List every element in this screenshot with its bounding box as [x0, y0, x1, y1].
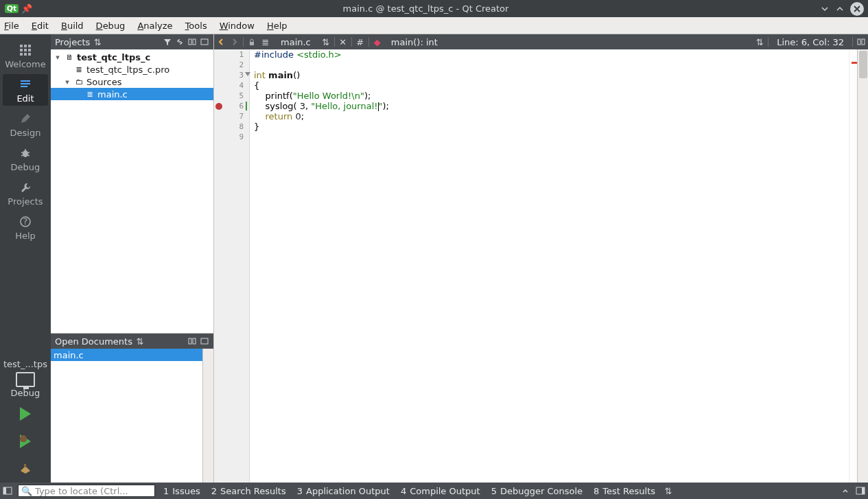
open-doc-mainc[interactable]: main.c: [51, 349, 202, 361]
filter-icon[interactable]: [163, 37, 172, 47]
search-icon: 🔍: [21, 486, 32, 496]
menu-window[interactable]: Window: [220, 21, 255, 31]
menu-debug[interactable]: Debug: [96, 21, 126, 31]
code-line[interactable]: [254, 60, 849, 70]
toggle-sidebar-icon[interactable]: [0, 483, 15, 498]
output-tab-debugger-console[interactable]: 5Debugger Console: [486, 486, 588, 496]
file-type-icon: ≣: [259, 35, 272, 49]
code-text[interactable]: #include <stdio.h> int main(){ printf("H…: [250, 49, 849, 483]
editor-symbol-selector[interactable]: main(): int: [384, 37, 445, 47]
split-icon[interactable]: [187, 37, 197, 47]
menu-build[interactable]: Build: [61, 21, 84, 31]
editor-gutter[interactable]: 123456789: [214, 49, 250, 483]
lock-icon[interactable]: [245, 35, 259, 49]
svg-rect-10: [21, 83, 30, 84]
editor-file-selector[interactable]: main.c: [272, 37, 319, 47]
code-editor[interactable]: 123456789 #include <stdio.h> int main(){…: [214, 49, 868, 483]
updown-icon[interactable]: ⇅: [661, 483, 676, 498]
tree-pro-file[interactable]: ≣ test_qtc_ltps_c.pro: [51, 63, 213, 76]
svg-rect-17: [193, 39, 196, 45]
minimize-icon[interactable]: [819, 3, 831, 15]
code-line[interactable]: int main(): [254, 70, 849, 80]
tree-sources-folder[interactable]: ▾ 🗀 Sources: [51, 76, 213, 88]
gutter-line[interactable]: 9: [214, 132, 249, 142]
hash-icon[interactable]: #: [353, 35, 367, 49]
tree-project-root[interactable]: ▾ 🗎 test_qtc_ltps_c: [51, 51, 213, 63]
updown-icon[interactable]: ⇅: [753, 35, 766, 49]
run-button[interactable]: [16, 404, 35, 423]
mode-projects[interactable]: Projects: [3, 177, 48, 209]
chevron-down-icon[interactable]: ▾: [54, 53, 62, 62]
close-panel-icon[interactable]: [200, 336, 209, 346]
split-icon[interactable]: [187, 336, 197, 346]
code-line[interactable]: syslog( 3, "Hello, journal!");: [254, 101, 849, 111]
code-line[interactable]: }: [254, 121, 849, 132]
svg-rect-20: [193, 338, 196, 344]
build-button[interactable]: [16, 459, 35, 478]
code-line[interactable]: #include <stdio.h>: [254, 49, 849, 60]
nav-back-icon[interactable]: [214, 35, 228, 49]
breakpoint-icon[interactable]: [215, 103, 222, 110]
run-debug-button[interactable]: [16, 432, 35, 451]
output-tab-application-output[interactable]: 3Application Output: [292, 486, 395, 496]
link-icon[interactable]: [175, 37, 185, 47]
gutter-line[interactable]: 3: [214, 70, 249, 80]
chevron-up-icon[interactable]: [838, 483, 853, 498]
svg-rect-0: [20, 45, 23, 47]
editor-area: ≣ main.c ⇅ ✕ # ◆ main(): int ⇅ Line: 6, …: [214, 34, 868, 483]
mode-design[interactable]: Design: [3, 108, 48, 140]
monitor-icon: [16, 372, 35, 387]
nav-forward-icon[interactable]: [228, 35, 242, 49]
close-panel-icon[interactable]: [200, 37, 209, 47]
open-documents-list[interactable]: main.c: [51, 349, 202, 483]
mode-edit[interactable]: Edit: [3, 74, 48, 106]
open-docs-scrollbar[interactable]: [202, 349, 213, 483]
gutter-line[interactable]: 1: [214, 49, 249, 60]
svg-rect-28: [862, 487, 865, 494]
mode-welcome[interactable]: Welcome: [3, 40, 48, 71]
updown-icon[interactable]: ⇅: [135, 336, 145, 346]
close-icon[interactable]: [850, 2, 864, 16]
gutter-line[interactable]: 8: [214, 121, 249, 132]
gutter-line[interactable]: 2: [214, 60, 249, 70]
side-panels: Projects ⇅ ▾ 🗎 test_qtc_ltps_c ≣ test_qt…: [51, 34, 214, 483]
mode-debug[interactable]: Debug: [3, 143, 48, 174]
maximize-icon[interactable]: [834, 3, 846, 15]
editor-minimap[interactable]: [849, 49, 857, 483]
gutter-line[interactable]: 4: [214, 80, 249, 91]
locator-input[interactable]: 🔍 Type to locate (Ctrl...: [18, 485, 155, 497]
output-tab-compile-output[interactable]: 4Compile Output: [395, 486, 486, 496]
tree-file-mainc[interactable]: ≣ main.c: [51, 88, 213, 100]
editor-scrollbar[interactable]: [857, 49, 868, 483]
close-doc-icon[interactable]: ✕: [336, 35, 350, 49]
menu-tools[interactable]: Tools: [185, 21, 207, 31]
output-tab-test-results[interactable]: 8Test Results: [588, 486, 661, 496]
gutter-line[interactable]: 6: [214, 101, 249, 111]
chevron-down-icon[interactable]: ▾: [63, 78, 71, 86]
output-tab-search-results[interactable]: 2Search Results: [206, 486, 292, 496]
svg-rect-8: [28, 53, 31, 56]
menu-file[interactable]: File: [4, 21, 19, 31]
kit-selector[interactable]: test_...tps_c Debug: [3, 357, 47, 400]
pin-icon[interactable]: 📌: [21, 3, 33, 15]
svg-rect-6: [20, 53, 23, 56]
code-line[interactable]: printf("Hello World!\n");: [254, 91, 849, 101]
menu-edit[interactable]: Edit: [32, 21, 49, 31]
code-line[interactable]: {: [254, 80, 849, 91]
gutter-line[interactable]: 7: [214, 111, 249, 121]
updown-icon[interactable]: ⇅: [93, 37, 102, 47]
output-tab-issues[interactable]: 1Issues: [158, 486, 206, 496]
menu-help[interactable]: Help: [267, 21, 288, 31]
mode-help[interactable]: ? Help: [3, 211, 48, 243]
editor-cursor-position[interactable]: Line: 6, Col: 32: [770, 37, 851, 47]
mode-bar: Welcome Edit Design Debug Projects ? Hel…: [0, 34, 51, 483]
code-line[interactable]: return 0;: [254, 111, 849, 121]
code-line[interactable]: [254, 132, 849, 142]
gutter-line[interactable]: 5: [214, 91, 249, 101]
menu-analyze[interactable]: Analyze: [137, 21, 172, 31]
toggle-right-sidebar-icon[interactable]: [853, 483, 868, 498]
folder-icon: 🗀: [73, 77, 84, 86]
updown-icon[interactable]: ⇅: [319, 35, 333, 49]
split-editor-icon[interactable]: [854, 35, 868, 49]
projects-tree[interactable]: ▾ 🗎 test_qtc_ltps_c ≣ test_qtc_ltps_c.pr…: [51, 49, 213, 333]
